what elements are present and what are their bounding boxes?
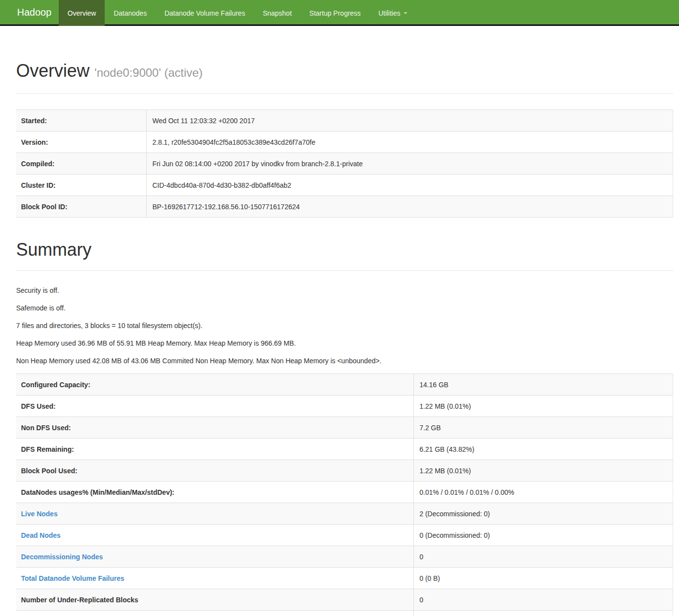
row-started-label: Started:: [16, 110, 146, 132]
nav-item-overview[interactable]: Overview: [59, 0, 105, 26]
overview-title-text: Overview: [16, 61, 90, 81]
nav-item-overview-label: Overview: [68, 1, 96, 25]
row-non-dfs-used-value: 7.2 GB: [413, 417, 673, 439]
overview-subtitle: 'node0:9000' (active): [94, 66, 203, 79]
row-under-replicated-blocks-label: Number of Under-Replicated Blocks: [16, 589, 413, 611]
dead-nodes-link[interactable]: Dead Nodes: [21, 531, 61, 539]
navbar-menu: Overview Datanodes Datanode Volume Failu…: [59, 0, 416, 24]
row-dfs-used: DFS Used: 1.22 MB (0.01%): [16, 396, 673, 417]
nav-item-snapshot[interactable]: Snapshot: [254, 0, 300, 26]
navbar-brand[interactable]: Hadoop: [10, 0, 59, 24]
row-block-pool-id-value: BP-1692617712-192.168.56.10-150771617262…: [146, 196, 673, 218]
summary-stats-table: Configured Capacity: 14.16 GB DFS Used: …: [16, 374, 673, 616]
row-cluster-id-value: CID-4dbcd40a-870d-4d30-b382-db0aff4f6ab2: [146, 175, 673, 196]
nav-item-snapshot-label: Snapshot: [263, 1, 292, 25]
heap-memory-text: Heap Memory used 36.96 MB of 55.91 MB He…: [16, 338, 673, 348]
row-volume-failures: Total Datanode Volume Failures 0 (0 B): [16, 568, 673, 589]
row-under-replicated-blocks: Number of Under-Replicated Blocks 0: [16, 589, 673, 611]
row-version: Version: 2.8.1, r20fe5304904fc2f5a18053c…: [16, 132, 673, 153]
nav-item-startup-progress[interactable]: Startup Progress: [300, 0, 369, 26]
row-datanode-usages-value: 0.01% / 0.01% / 0.01% / 0.00%: [413, 482, 673, 503]
row-configured-capacity: Configured Capacity: 14.16 GB: [16, 374, 673, 396]
row-decommissioning-nodes-value: 0: [413, 546, 673, 568]
filesystem-objects-text: 7 files and directories, 3 blocks = 10 t…: [16, 321, 673, 330]
row-non-dfs-used: Non DFS Used: 7.2 GB: [16, 417, 673, 439]
row-version-value: 2.8.1, r20fe5304904fc2f5a18053c389e43cd2…: [146, 132, 673, 153]
row-compiled: Compiled: Fri Jun 02 08:14:00 +0200 2017…: [16, 153, 673, 175]
row-dfs-remaining-label: DFS Remaining:: [16, 439, 413, 460]
row-block-pool-used-label: Block Pool Used:: [16, 460, 413, 482]
row-cluster-id: Cluster ID: CID-4dbcd40a-870d-4d30-b382-…: [16, 175, 673, 196]
row-dfs-remaining-value: 6.21 GB (43.82%): [413, 439, 673, 460]
row-compiled-value: Fri Jun 02 08:14:00 +0200 2017 by vinodk…: [146, 153, 673, 175]
row-blocks-pending-deletion-value: 0: [413, 611, 673, 616]
summary-header: Summary: [16, 240, 673, 271]
row-block-pool-used-value: 1.22 MB (0.01%): [413, 460, 673, 482]
row-block-pool-used: Block Pool Used: 1.22 MB (0.01%): [16, 460, 673, 482]
nav-item-datanodes[interactable]: Datanodes: [105, 0, 156, 26]
row-started: Started: Wed Oct 11 12:03:32 +0200 2017: [16, 110, 673, 132]
summary-title: Summary: [16, 240, 673, 260]
nav-item-datanode-volume-failures-label: Datanode Volume Failures: [164, 1, 245, 25]
overview-title: Overview 'node0:9000' (active): [16, 61, 673, 83]
row-version-label: Version:: [16, 132, 146, 153]
nav-item-datanodes-label: Datanodes: [113, 1, 147, 25]
non-heap-memory-text: Non Heap Memory used 42.08 MB of 43.06 M…: [16, 356, 673, 366]
row-cluster-id-label: Cluster ID:: [16, 175, 146, 196]
page-content: Overview 'node0:9000' (active) Started: …: [16, 61, 673, 616]
row-configured-capacity-value: 14.16 GB: [413, 374, 673, 396]
row-under-replicated-blocks-value: 0: [413, 589, 673, 611]
row-started-value: Wed Oct 11 12:03:32 +0200 2017: [146, 110, 673, 132]
row-configured-capacity-label: Configured Capacity:: [16, 374, 413, 396]
nav-item-startup-progress-label: Startup Progress: [309, 1, 361, 25]
row-dfs-remaining: DFS Remaining: 6.21 GB (43.82%): [16, 439, 673, 460]
row-decommissioning-nodes: Decommissioning Nodes 0: [16, 546, 673, 568]
row-dead-nodes-value: 0 (Decommissioned: 0): [413, 525, 673, 546]
security-status-text: Security is off.: [16, 286, 673, 295]
row-non-dfs-used-label: Non DFS Used:: [16, 417, 413, 439]
row-block-pool-id: Block Pool ID: BP-1692617712-192.168.56.…: [16, 196, 673, 218]
row-live-nodes-value: 2 (Decommissioned: 0): [413, 503, 673, 525]
row-blocks-pending-deletion-label: Number of Blocks Pending Deletion: [16, 611, 413, 616]
row-dfs-used-value: 1.22 MB (0.01%): [413, 396, 673, 417]
overview-info-table: Started: Wed Oct 11 12:03:32 +0200 2017 …: [16, 110, 673, 218]
nav-item-utilities[interactable]: Utilities: [369, 0, 416, 26]
navbar: Hadoop Overview Datanodes Datanode Volum…: [0, 0, 679, 26]
row-blocks-pending-deletion: Number of Blocks Pending Deletion 0: [16, 611, 673, 616]
overview-header: Overview 'node0:9000' (active): [16, 61, 673, 94]
total-datanode-volume-failures-link[interactable]: Total Datanode Volume Failures: [21, 574, 124, 582]
row-volume-failures-value: 0 (0 B): [413, 568, 673, 589]
live-nodes-link[interactable]: Live Nodes: [21, 510, 58, 518]
row-datanode-usages: DataNodes usages% (Min/Median/Max/stdDev…: [16, 482, 673, 503]
row-live-nodes: Live Nodes 2 (Decommissioned: 0): [16, 503, 673, 525]
nav-item-utilities-label: Utilities: [378, 1, 400, 25]
summary-notes: Security is off. Safemode is off. 7 file…: [16, 286, 673, 366]
row-dead-nodes: Dead Nodes 0 (Decommissioned: 0): [16, 525, 673, 546]
nav-item-datanode-volume-failures[interactable]: Datanode Volume Failures: [156, 0, 254, 26]
safemode-status-text: Safemode is off.: [16, 303, 673, 313]
row-block-pool-id-label: Block Pool ID:: [16, 196, 146, 218]
chevron-down-icon: [404, 12, 407, 14]
row-dfs-used-label: DFS Used:: [16, 396, 413, 417]
row-datanode-usages-label: DataNodes usages% (Min/Median/Max/stdDev…: [16, 482, 413, 503]
decommissioning-nodes-link[interactable]: Decommissioning Nodes: [21, 553, 103, 561]
row-compiled-label: Compiled:: [16, 153, 146, 175]
